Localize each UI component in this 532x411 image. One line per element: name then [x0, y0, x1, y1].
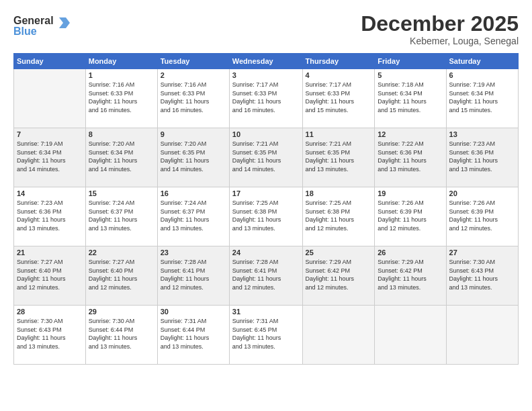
table-row: 5Sunrise: 7:18 AMSunset: 6:34 PMDaylight… [375, 69, 446, 128]
day-info: Sunrise: 7:28 AMSunset: 6:41 PMDaylight:… [161, 258, 226, 291]
logo-icon: General Blue [13, 12, 74, 40]
day-number: 29 [89, 308, 154, 316]
day-number: 10 [232, 130, 300, 138]
day-info: Sunrise: 7:29 AMSunset: 6:42 PMDaylight:… [306, 258, 372, 291]
day-number: 28 [17, 308, 83, 316]
table-row: 26Sunrise: 7:29 AMSunset: 6:42 PMDayligh… [375, 246, 446, 306]
day-number: 6 [449, 71, 515, 79]
table-row: 6Sunrise: 7:19 AMSunset: 6:34 PMDaylight… [446, 69, 518, 128]
table-row: 21Sunrise: 7:27 AMSunset: 6:40 PMDayligh… [14, 246, 86, 306]
calendar-week-row: 28Sunrise: 7:30 AMSunset: 6:43 PMDayligh… [14, 306, 519, 365]
table-row: 31Sunrise: 7:31 AMSunset: 6:45 PMDayligh… [229, 306, 302, 365]
day-info: Sunrise: 7:30 AMSunset: 6:43 PMDaylight:… [449, 258, 515, 291]
table-row: 25Sunrise: 7:29 AMSunset: 6:42 PMDayligh… [302, 246, 375, 306]
calendar-table: Sunday Monday Tuesday Wednesday Thursday… [13, 53, 519, 365]
day-number: 23 [161, 248, 226, 257]
col-sunday: Sunday [14, 54, 86, 69]
day-info: Sunrise: 7:25 AMSunset: 6:38 PMDaylight:… [232, 199, 300, 232]
day-info: Sunrise: 7:28 AMSunset: 6:41 PMDaylight:… [232, 258, 300, 291]
day-number: 13 [449, 130, 515, 138]
day-number: 14 [17, 189, 83, 197]
day-number: 8 [89, 130, 154, 138]
day-number: 2 [161, 71, 226, 79]
month-title: December 2025 [361, 12, 519, 36]
day-number: 15 [89, 189, 154, 197]
day-info: Sunrise: 7:30 AMSunset: 6:43 PMDaylight:… [17, 317, 83, 351]
table-row: 19Sunrise: 7:26 AMSunset: 6:39 PMDayligh… [375, 187, 446, 246]
day-info: Sunrise: 7:29 AMSunset: 6:42 PMDaylight:… [378, 258, 443, 291]
day-info: Sunrise: 7:27 AMSunset: 6:40 PMDaylight:… [17, 258, 83, 291]
day-info: Sunrise: 7:26 AMSunset: 6:39 PMDaylight:… [378, 199, 443, 232]
table-row: 24Sunrise: 7:28 AMSunset: 6:41 PMDayligh… [229, 246, 302, 306]
day-info: Sunrise: 7:21 AMSunset: 6:35 PMDaylight:… [306, 140, 372, 173]
day-info: Sunrise: 7:31 AMSunset: 6:44 PMDaylight:… [161, 317, 226, 351]
table-row: 28Sunrise: 7:30 AMSunset: 6:43 PMDayligh… [14, 306, 86, 365]
day-number: 11 [306, 130, 372, 138]
day-number: 31 [232, 308, 300, 316]
svg-text:General: General [13, 15, 54, 26]
table-row: 1Sunrise: 7:16 AMSunset: 6:33 PMDaylight… [85, 69, 157, 128]
table-row: 11Sunrise: 7:21 AMSunset: 6:35 PMDayligh… [302, 128, 375, 187]
table-row: 18Sunrise: 7:25 AMSunset: 6:38 PMDayligh… [302, 187, 375, 246]
day-info: Sunrise: 7:20 AMSunset: 6:34 PMDaylight:… [89, 140, 154, 173]
day-info: Sunrise: 7:17 AMSunset: 6:33 PMDaylight:… [232, 81, 300, 114]
table-row: 29Sunrise: 7:30 AMSunset: 6:44 PMDayligh… [85, 306, 157, 365]
col-wednesday: Wednesday [229, 54, 302, 69]
day-info: Sunrise: 7:22 AMSunset: 6:36 PMDaylight:… [378, 140, 443, 173]
table-row: 8Sunrise: 7:20 AMSunset: 6:34 PMDaylight… [85, 128, 157, 187]
day-info: Sunrise: 7:19 AMSunset: 6:34 PMDaylight:… [17, 140, 83, 173]
day-number: 18 [306, 189, 372, 197]
table-row: 9Sunrise: 7:20 AMSunset: 6:35 PMDaylight… [157, 128, 229, 187]
table-row: 15Sunrise: 7:24 AMSunset: 6:37 PMDayligh… [85, 187, 157, 246]
day-number: 25 [306, 248, 372, 257]
day-info: Sunrise: 7:23 AMSunset: 6:36 PMDaylight:… [17, 199, 83, 232]
day-number: 22 [89, 248, 154, 257]
col-tuesday: Tuesday [157, 54, 229, 69]
day-number: 17 [232, 189, 300, 197]
day-info: Sunrise: 7:16 AMSunset: 6:33 PMDaylight:… [161, 81, 226, 114]
day-number: 16 [161, 189, 226, 197]
day-info: Sunrise: 7:16 AMSunset: 6:33 PMDaylight:… [89, 81, 154, 114]
calendar-week-row: 1Sunrise: 7:16 AMSunset: 6:33 PMDaylight… [14, 69, 519, 128]
table-row: 10Sunrise: 7:21 AMSunset: 6:35 PMDayligh… [229, 128, 302, 187]
day-number: 12 [378, 130, 443, 138]
col-friday: Friday [375, 54, 446, 69]
day-number: 1 [89, 71, 154, 79]
svg-text:Blue: Blue [13, 26, 37, 37]
day-info: Sunrise: 7:17 AMSunset: 6:33 PMDaylight:… [306, 81, 372, 114]
day-info: Sunrise: 7:27 AMSunset: 6:40 PMDaylight:… [89, 258, 154, 291]
calendar-week-row: 7Sunrise: 7:19 AMSunset: 6:34 PMDaylight… [14, 128, 519, 187]
table-row: 22Sunrise: 7:27 AMSunset: 6:40 PMDayligh… [85, 246, 157, 306]
day-number: 27 [449, 248, 515, 257]
day-info: Sunrise: 7:24 AMSunset: 6:37 PMDaylight:… [89, 199, 154, 232]
table-row: 4Sunrise: 7:17 AMSunset: 6:33 PMDaylight… [302, 69, 375, 128]
day-info: Sunrise: 7:23 AMSunset: 6:36 PMDaylight:… [449, 140, 515, 173]
day-info: Sunrise: 7:19 AMSunset: 6:34 PMDaylight:… [449, 81, 515, 114]
table-row: 16Sunrise: 7:24 AMSunset: 6:37 PMDayligh… [157, 187, 229, 246]
col-monday: Monday [85, 54, 157, 69]
day-info: Sunrise: 7:21 AMSunset: 6:35 PMDaylight:… [232, 140, 300, 173]
day-info: Sunrise: 7:30 AMSunset: 6:44 PMDaylight:… [89, 317, 154, 351]
day-number: 19 [378, 189, 443, 197]
col-thursday: Thursday [302, 54, 375, 69]
day-info: Sunrise: 7:31 AMSunset: 6:45 PMDaylight:… [232, 317, 300, 351]
table-row: 20Sunrise: 7:26 AMSunset: 6:39 PMDayligh… [446, 187, 518, 246]
header: General Blue December 2025 Kebemer, Loug… [13, 12, 519, 46]
day-number: 26 [378, 248, 443, 257]
day-info: Sunrise: 7:24 AMSunset: 6:37 PMDaylight:… [161, 199, 226, 232]
table-row: 23Sunrise: 7:28 AMSunset: 6:41 PMDayligh… [157, 246, 229, 306]
table-row: 13Sunrise: 7:23 AMSunset: 6:36 PMDayligh… [446, 128, 518, 187]
logo: General Blue [13, 12, 74, 43]
page: General Blue December 2025 Kebemer, Loug… [0, 0, 532, 411]
location-subtitle: Kebemer, Louga, Senegal [361, 36, 519, 46]
table-row [14, 69, 86, 128]
table-row: 27Sunrise: 7:30 AMSunset: 6:43 PMDayligh… [446, 246, 518, 306]
table-row: 3Sunrise: 7:17 AMSunset: 6:33 PMDaylight… [229, 69, 302, 128]
table-row [302, 306, 375, 365]
day-number: 24 [232, 248, 300, 257]
svg-marker-2 [59, 17, 70, 28]
table-row: 30Sunrise: 7:31 AMSunset: 6:44 PMDayligh… [157, 306, 229, 365]
day-number: 20 [449, 189, 515, 197]
col-saturday: Saturday [446, 54, 518, 69]
day-number: 3 [232, 71, 300, 79]
